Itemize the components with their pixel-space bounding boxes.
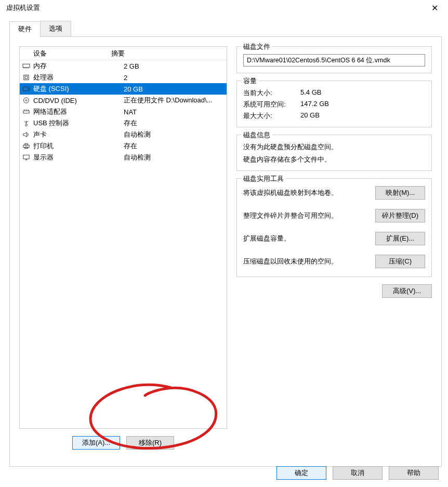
printer-icon — [20, 142, 32, 150]
add-button[interactable]: 添加(A)... — [72, 436, 120, 450]
header-summary: 摘要 — [111, 49, 227, 58]
device-summary: 2 GB — [124, 62, 227, 70]
group-capacity: 容量 当前大小: 5.4 GB 系统可用空间: 147.2 GB 最大大小: 2… — [236, 81, 432, 127]
util-expand-desc: 扩展磁盘容量。 — [243, 234, 375, 243]
header-device: 设备 — [20, 49, 111, 58]
device-list: 设备 摘要 内存2 GB处理器2硬盘 (SCSI)20 GBCD/DVD (ID… — [19, 46, 227, 429]
map-button[interactable]: 映射(M)... — [375, 186, 425, 200]
defrag-button[interactable]: 碎片整理(D) — [375, 209, 425, 222]
expand-button[interactable]: 扩展(E)... — [375, 232, 425, 245]
device-row-memory[interactable]: 内存2 GB — [20, 60, 227, 72]
svg-rect-20 — [24, 143, 28, 145]
disk-icon — [20, 85, 32, 93]
cd-icon — [20, 97, 32, 104]
main-panel: 设备 摘要 内存2 GB处理器2硬盘 (SCSI)20 GBCD/DVD (ID… — [9, 36, 442, 467]
sound-icon — [20, 131, 32, 138]
tab-hardware[interactable]: 硬件 — [9, 21, 41, 37]
device-row-cpu[interactable]: 处理器2 — [20, 72, 227, 83]
device-name: 声卡 — [32, 130, 124, 139]
group-diskinfo: 磁盘信息 没有为此硬盘预分配磁盘空间。 硬盘内容存储在多个文件中。 — [236, 135, 432, 171]
usb-icon — [20, 120, 32, 127]
device-row-sound[interactable]: 声卡自动检测 — [20, 129, 227, 140]
svg-rect-6 — [25, 76, 28, 79]
group-diskfile: 磁盘文件 — [236, 46, 432, 73]
ok-button[interactable]: 确定 — [276, 466, 326, 480]
util-map-desc: 将该虚拟机磁盘映射到本地卷。 — [243, 188, 375, 198]
tab-options[interactable]: 选项 — [40, 21, 71, 36]
svg-rect-22 — [23, 155, 29, 159]
svg-point-9 — [23, 98, 29, 103]
group-diskfile-title: 磁盘文件 — [241, 42, 272, 51]
device-row-disk[interactable]: 硬盘 (SCSI)20 GB — [20, 83, 227, 95]
capacity-max-value: 20 GB — [300, 111, 425, 121]
device-name: 显示器 — [32, 153, 124, 162]
list-buttons: 添加(A)... 移除(R) — [19, 429, 227, 457]
diskinfo-line2: 硬盘内容存储在多个文件中。 — [243, 155, 425, 164]
cpu-icon — [20, 74, 32, 81]
svg-point-15 — [25, 124, 27, 126]
tabs: 硬件 选项 — [9, 21, 448, 36]
display-icon — [20, 154, 32, 161]
group-capacity-title: 容量 — [241, 76, 259, 86]
device-summary: 2 — [124, 74, 227, 82]
svg-line-18 — [26, 121, 28, 122]
svg-rect-0 — [22, 64, 29, 68]
close-button[interactable]: ✕ — [424, 1, 445, 15]
window-title: 虚拟机设置 — [6, 3, 424, 12]
device-name: CD/DVD (IDE) — [32, 97, 124, 104]
remove-button[interactable]: 移除(R) — [126, 436, 174, 450]
device-name: USB 控制器 — [32, 119, 124, 128]
svg-rect-5 — [23, 75, 28, 80]
cancel-button[interactable]: 取消 — [333, 466, 383, 480]
group-diskinfo-title: 磁盘信息 — [241, 130, 272, 140]
capacity-current-label: 当前大小: — [243, 88, 300, 98]
right-pane: 磁盘文件 容量 当前大小: 5.4 GB 系统可用空间: 147.2 GB 最大… — [236, 46, 432, 457]
left-pane: 设备 摘要 内存2 GB处理器2硬盘 (SCSI)20 GBCD/DVD (ID… — [19, 46, 227, 457]
device-row-network[interactable]: 网络适配器NAT — [20, 106, 227, 117]
titlebar: 虚拟机设置 ✕ — [0, 0, 448, 16]
util-compact-desc: 压缩磁盘以回收未使用的空间。 — [243, 257, 375, 266]
compact-button[interactable]: 压缩(C) — [375, 255, 425, 268]
svg-point-8 — [28, 88, 29, 89]
device-summary: 存在 — [124, 141, 227, 151]
device-name: 硬盘 (SCSI) — [32, 84, 124, 94]
device-row-display[interactable]: 显示器自动检测 — [20, 152, 227, 163]
device-summary: 自动检测 — [124, 153, 227, 162]
list-header: 设备 摘要 — [20, 47, 227, 60]
device-name: 处理器 — [32, 73, 124, 82]
device-row-cd[interactable]: CD/DVD (IDE)正在使用文件 D:\Download\... — [20, 95, 227, 106]
device-row-usb[interactable]: USB 控制器存在 — [20, 117, 227, 129]
capacity-max-label: 最大大小: — [243, 111, 300, 121]
network-icon — [20, 108, 32, 115]
device-summary: 正在使用文件 D:\Download\... — [124, 96, 227, 105]
device-row-printer[interactable]: 打印机存在 — [20, 140, 227, 152]
diskfile-input[interactable] — [243, 54, 425, 67]
device-summary: 自动检测 — [124, 130, 227, 139]
device-name: 内存 — [32, 61, 124, 71]
device-summary: NAT — [124, 108, 227, 116]
svg-line-17 — [24, 121, 26, 123]
diskinfo-line1: 没有为此硬盘预分配磁盘空间。 — [243, 142, 425, 152]
util-defrag-desc: 整理文件碎片并整合可用空间。 — [243, 211, 375, 220]
group-utilities-title: 磁盘实用工具 — [241, 174, 286, 183]
svg-point-10 — [25, 100, 27, 101]
device-summary: 存在 — [124, 119, 227, 128]
help-button[interactable]: 帮助 — [389, 466, 439, 480]
device-name: 网络适配器 — [32, 107, 124, 116]
capacity-current-value: 5.4 GB — [300, 88, 425, 98]
device-summary: 20 GB — [124, 85, 227, 93]
device-name: 打印机 — [32, 141, 124, 151]
close-icon: ✕ — [431, 3, 438, 13]
group-utilities: 磁盘实用工具 将该虚拟机磁盘映射到本地卷。 映射(M)... 整理文件碎片并整合… — [236, 178, 432, 277]
svg-rect-11 — [23, 111, 29, 113]
footer-buttons: 确定 取消 帮助 — [276, 466, 439, 480]
memory-icon — [20, 62, 32, 70]
capacity-free-value: 147.2 GB — [300, 100, 425, 109]
advanced-button[interactable]: 高级(V)... — [382, 284, 432, 298]
capacity-free-label: 系统可用空间: — [243, 100, 300, 109]
